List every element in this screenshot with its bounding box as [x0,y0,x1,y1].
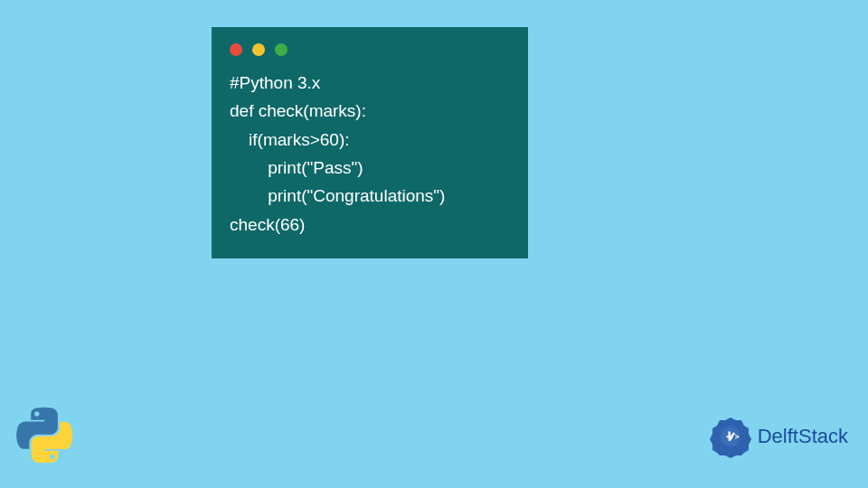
minimize-icon [252,43,265,56]
code-line: def check(marks): [230,101,366,120]
maximize-icon [275,43,288,56]
code-content: #Python 3.x def check(marks): if(marks>6… [230,69,510,239]
code-window: #Python 3.x def check(marks): if(marks>6… [212,27,528,258]
code-line: if(marks>60): [230,130,350,149]
python-logo-icon [16,407,72,463]
close-icon [230,43,242,56]
code-line: #Python 3.x [230,73,320,92]
delftstack-emblem-icon: </> [708,414,753,459]
code-line: check(66) [230,215,305,234]
svg-text:</>: </> [726,433,740,441]
brand-name: DelftStack [758,425,848,448]
window-traffic-lights [230,43,510,56]
delftstack-logo: </> DelftStack [708,414,848,459]
code-line: print("Pass") [230,158,363,177]
code-line: print("Congratulations") [230,186,445,205]
